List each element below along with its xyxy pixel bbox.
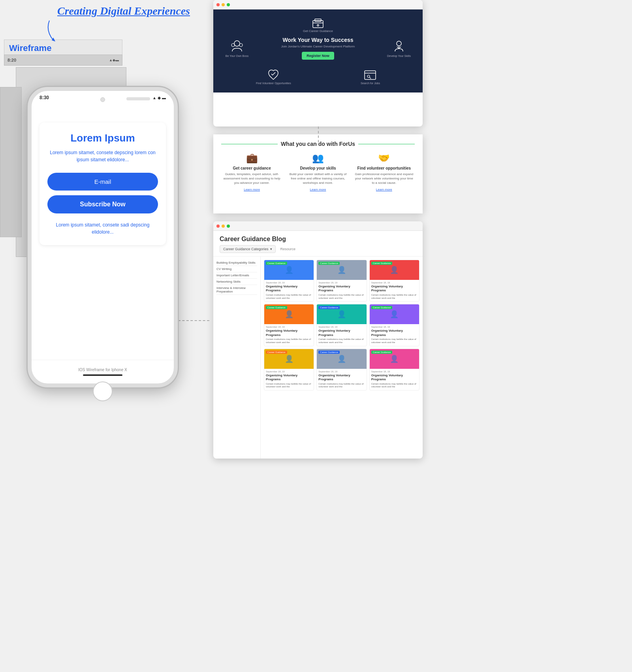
iphone-home-indicator [83, 374, 122, 376]
blog-card-1: 👤 Career Guidance September 18, 19 Organ… [316, 260, 367, 302]
blog-content: Building Employability SkillsCV WritingI… [213, 257, 423, 459]
what-card-title-1: Develop your skills [287, 166, 348, 170]
blog-minimize-dot[interactable] [222, 225, 225, 228]
blog-filters: Career Guidance Categories ▾ Resource [220, 245, 416, 253]
blog-card-body-0: September 18, 19 Organizing Voluntary Pr… [264, 280, 314, 301]
iphone-camera [100, 97, 105, 102]
svg-point-7 [239, 43, 243, 47]
search-jobs-label: Search for Jobs [361, 82, 380, 85]
be-your-own-boss-item: Be Your Own Boss [221, 40, 253, 57]
blog-card-img-3: 👤 Career Guidance [264, 304, 314, 324]
what-card-desc-1: Build your career skillset with a variet… [287, 172, 348, 185]
website-hero: Get Career Guidance Be Your Own Boss Wor… [213, 9, 423, 92]
blog-card-badge-4: Career Guidance [318, 306, 340, 309]
blog-card-date-1: September 18, 19 [318, 281, 365, 284]
blog-grid: 👤 Career Guidance September 18, 19 Organ… [264, 260, 419, 391]
iphone-lorem-desc: Lorem ipsum sitamet, consete depscing lo… [47, 149, 158, 163]
blog-card-date-4: September 18, 19 [318, 326, 365, 328]
blog-card-7: 👤 Career Guidance September 18, 19 Organ… [316, 349, 367, 391]
blog-card-desc-0: Certain institutions may belittle the va… [266, 294, 312, 300]
search-jobs-item: Search for Jobs [361, 68, 380, 85]
category-filter[interactable]: Career Guidance Categories ▾ [220, 245, 276, 253]
blog-card-desc-8: Certain institutions may belittle the va… [371, 383, 418, 389]
sidebar-item-0[interactable]: Building Employability Skills [216, 260, 257, 266]
blog-card-body-5: September 18, 19 Organizing Voluntary Pr… [370, 324, 419, 345]
blog-card-desc-4: Certain institutions may belittle the va… [318, 338, 365, 344]
blog-card-badge-0: Career Guidance [266, 262, 287, 265]
svg-marker-0 [52, 38, 55, 42]
hero-center-text: Work Your Way to Success Join Jordan's U… [257, 37, 379, 60]
svg-point-5 [234, 41, 240, 46]
wireframe-time: 8:20 [8, 58, 16, 62]
develop-skills-label: Develop Your Skills [387, 55, 411, 57]
get-career-guidance-label: Get Career Guidance [303, 29, 333, 33]
learn-more-link-0[interactable]: Learn more [221, 188, 282, 191]
blog-card-desc-7: Certain institutions may belittle the va… [318, 383, 365, 389]
blog-card-img-0: 👤 Career Guidance [264, 260, 314, 280]
blog-card-6: 👤 Career Guidance September 18, 19 Organ… [264, 349, 314, 391]
blog-card-title-7: Organizing Voluntary Programs [318, 374, 365, 382]
blog-card-img-7: 👤 Career Guidance [317, 349, 366, 369]
sidebar-item-4[interactable]: Interview & Interview Preparation [216, 285, 257, 295]
blog-card-date-5: September 18, 19 [371, 326, 418, 328]
resource-label: Resource [280, 247, 296, 251]
iphone-content: Lorem Ipsum Lorem ipsum sitamet, consete… [32, 111, 174, 360]
what-title-line-left [221, 144, 278, 144]
blog-card-img-4: 👤 Career Guidance [317, 304, 366, 324]
blog-card-8: 👤 Career Guidance September 18, 19 Organ… [369, 349, 419, 391]
hero-subtitle: Join Jordan's Ultimate Career Developmen… [257, 45, 379, 48]
blog-main: 👤 Career Guidance September 18, 19 Organ… [261, 257, 423, 459]
blog-mockup: Career Guidance Blog Career Guidance Cat… [213, 221, 423, 459]
blog-close-dot[interactable] [216, 225, 220, 228]
svg-point-6 [231, 43, 235, 47]
blog-card-img-8: 👤 Career Guidance [370, 349, 419, 369]
sidebar-item-2[interactable]: Important Letter/Emails [216, 272, 257, 279]
blog-card-desc-1: Certain institutions may belittle the va… [318, 294, 365, 300]
svg-line-13 [370, 77, 371, 79]
browser-close-dot[interactable] [216, 3, 220, 6]
iphone-speaker [126, 97, 150, 100]
iphone-email-input[interactable]: E-mail [47, 173, 158, 191]
iphone-mockup: 8:30 ▲◆▬ Lorem Ipsum Lorem ipsum sitamet… [28, 87, 178, 387]
be-your-own-boss-label: Be Your Own Boss [226, 55, 248, 57]
website-mockup-2: What you can do with ForUs 💼 Get career … [213, 134, 423, 213]
blog-card-badge-8: Career Guidance [371, 351, 393, 354]
what-card-title-0: Get career guidance [221, 166, 282, 170]
browser-maximize-dot[interactable] [227, 3, 230, 6]
blog-card-date-7: September 18, 19 [318, 370, 365, 373]
blog-card-date-6: September 18, 19 [266, 370, 312, 373]
blog-card-body-6: September 18, 19 Organizing Voluntary Pr… [264, 369, 314, 390]
iphone-footer-text: Lorem ipsum sitamet, consete sadi depsci… [47, 221, 158, 236]
blog-card-badge-5: Career Guidance [371, 306, 393, 309]
blog-card-badge-6: Career Guidance [266, 351, 287, 354]
blog-card-title-3: Organizing Voluntary Programs [266, 329, 312, 337]
register-now-button[interactable]: Register Now [302, 52, 334, 60]
volunteer-item: Find Volunteer Opportunities [256, 68, 291, 85]
blog-card-body-1: September 18, 19 Organizing Voluntary Pr… [317, 280, 366, 301]
iphone-time: 8:30 [40, 95, 49, 100]
blog-card-body-2: September 18, 19 Organizing Voluntary Pr… [370, 280, 419, 301]
blog-card-3: 👤 Career Guidance September 18, 19 Organ… [264, 304, 314, 346]
what-title-line-right [358, 144, 415, 144]
develop-skills-item: Develop Your Skills [383, 40, 415, 57]
learn-more-link-2[interactable]: Learn more [354, 188, 415, 191]
iphone-lorem-title: Lorem Ipsum [47, 132, 158, 144]
blog-card-date-0: September 18, 19 [266, 281, 312, 284]
what-card-0: 💼 Get career guidance Guides, templates,… [221, 153, 282, 191]
iphone-home-button[interactable] [93, 381, 113, 401]
sidebar-item-1[interactable]: CV Writing [216, 266, 257, 272]
iphone-subscribe-button[interactable]: Subscribe Now [47, 195, 158, 213]
blog-card-title-0: Organizing Voluntary Programs [266, 285, 312, 293]
blog-maximize-dot[interactable] [227, 225, 230, 228]
blog-card-desc-6: Certain institutions may belittle the va… [266, 383, 312, 389]
blog-card-body-3: September 18, 19 Organizing Voluntary Pr… [264, 324, 314, 345]
page-title: Creating Digital Experiences [57, 5, 190, 17]
sidebar-item-3[interactable]: Networking Skills [216, 279, 257, 285]
learn-more-link-1[interactable]: Learn more [287, 188, 348, 191]
blog-card-body-8: September 18, 19 Organizing Voluntary Pr… [370, 369, 419, 390]
blog-card-img-5: 👤 Career Guidance [370, 304, 419, 324]
browser-minimize-dot[interactable] [222, 3, 225, 6]
svg-point-12 [367, 75, 370, 77]
blog-card-title-8: Organizing Voluntary Programs [371, 374, 418, 382]
hero-title: Work Your Way to Success [257, 37, 379, 43]
